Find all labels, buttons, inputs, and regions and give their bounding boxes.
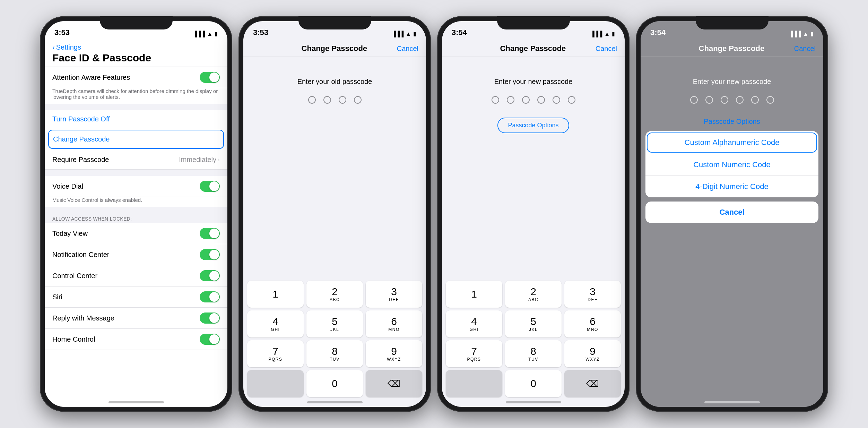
notification-center-row: Notification Center xyxy=(45,244,227,265)
options-container-3: Passcode Options xyxy=(442,118,625,133)
page-title: Face ID & Passcode xyxy=(52,52,220,64)
key-2[interactable]: 2ABC xyxy=(306,281,363,308)
key-7[interactable]: 7PQRS xyxy=(247,340,304,367)
key-5-p3[interactable]: 5JKL xyxy=(505,310,562,337)
keypad-3: 1 2ABC 3DEF 4GHI 5JKL 6MNO 7PQRS 8TUV 9W… xyxy=(442,281,625,400)
key-8-p3[interactable]: 8TUV xyxy=(505,340,562,367)
home-indicator-4 xyxy=(704,401,760,403)
time-1: 3:53 xyxy=(54,28,70,37)
home-indicator-3 xyxy=(506,401,561,403)
gap-2 xyxy=(45,170,227,176)
change-passcode-link[interactable]: Change Passcode xyxy=(49,130,223,148)
passcode-header-2: Change Passcode Cancel xyxy=(243,39,426,57)
require-passcode-value: Immediately xyxy=(179,156,216,164)
chevron-icon: › xyxy=(218,156,220,163)
signal-icon-4: ▐▐▐ xyxy=(789,31,801,37)
key-9-p3[interactable]: 9WXYZ xyxy=(564,340,621,367)
notch-3 xyxy=(497,16,570,29)
key-1[interactable]: 1 xyxy=(247,281,304,308)
key-4-p3[interactable]: 4GHI xyxy=(446,310,502,337)
passcode-header-3: Change Passcode Cancel xyxy=(442,39,625,57)
status-icons-1: ▐▐▐ ▲ ▮ xyxy=(193,31,218,37)
attention-toggle[interactable] xyxy=(200,72,220,83)
key-delete[interactable]: ⌫ xyxy=(366,370,422,397)
key-4[interactable]: 4GHI xyxy=(247,310,304,337)
passcode-dots-2 xyxy=(243,96,426,104)
require-passcode-label: Require Passcode xyxy=(52,156,109,164)
today-view-label: Today View xyxy=(52,230,88,238)
siri-toggle[interactable] xyxy=(200,291,220,302)
key-7-p3[interactable]: 7PQRS xyxy=(446,340,502,367)
passcode-header-4: Change Passcode Cancel xyxy=(641,39,823,57)
options-menu: Custom Alphanumeric Code Custom Numeric … xyxy=(645,131,818,197)
signal-icon-2: ▐▐▐ xyxy=(392,31,403,37)
keypad-2: 1 2ABC 3DEF 4GHI 5JKL 6MNO 7PQRS 8TUV 9W… xyxy=(243,281,426,400)
back-label: Settings xyxy=(56,43,81,51)
attention-section: Attention Aware Features TrueDepth camer… xyxy=(45,67,227,104)
cancel-button-4[interactable]: Cancel xyxy=(794,45,816,53)
home-control-row: Home Control xyxy=(45,329,227,350)
key-8[interactable]: 8TUV xyxy=(306,340,363,367)
screen-2: Change Passcode Cancel Enter your old pa… xyxy=(243,39,426,407)
battery-icon-4: ▮ xyxy=(810,31,814,37)
screen-4: Change Passcode Cancel Enter your new pa… xyxy=(641,39,823,407)
time-3: 3:54 xyxy=(452,28,467,37)
dot-1 xyxy=(308,96,316,104)
key-6[interactable]: 6MNO xyxy=(366,310,422,337)
status-icons-2: ▐▐▐ ▲ ▮ xyxy=(392,31,416,37)
key-empty xyxy=(247,370,304,397)
phone-2: 3:53 ▐▐▐ ▲ ▮ Change Passcode Cancel Ente… xyxy=(238,16,431,412)
cancel-button-2[interactable]: Cancel xyxy=(397,45,418,53)
today-view-toggle[interactable] xyxy=(200,228,220,239)
phone-3: 3:54 ▐▐▐ ▲ ▮ Change Passcode Cancel Ente… xyxy=(437,16,630,412)
custom-numeric-option[interactable]: Custom Numeric Code xyxy=(645,154,818,176)
screen-3: Change Passcode Cancel Enter your new pa… xyxy=(442,39,625,407)
home-control-toggle[interactable] xyxy=(200,334,220,345)
cancel-button-3[interactable]: Cancel xyxy=(596,45,617,53)
notch-1 xyxy=(100,16,173,29)
time-4: 3:54 xyxy=(650,28,666,37)
dot-4 xyxy=(354,96,362,104)
control-center-row: Control Center xyxy=(45,265,227,286)
passcode-prompt-2: Enter your old passcode xyxy=(243,78,426,86)
options-menu-cancel[interactable]: Cancel xyxy=(645,202,818,223)
passcode-options-label-4[interactable]: Passcode Options xyxy=(641,118,823,126)
turn-passcode-off-link[interactable]: Turn Passcode Off xyxy=(45,110,227,128)
four-digit-option[interactable]: 4-Digit Numeric Code xyxy=(645,176,818,197)
battery-icon: ▮ xyxy=(215,31,218,37)
chevron-left-icon: ‹ xyxy=(52,43,55,51)
passcode-title-2: Change Passcode xyxy=(302,44,367,53)
key-2-p3[interactable]: 2ABC xyxy=(505,281,562,308)
voice-dial-toggle[interactable] xyxy=(200,181,220,192)
reply-message-toggle[interactable] xyxy=(200,313,220,324)
key-5[interactable]: 5JKL xyxy=(306,310,363,337)
attention-sub: TrueDepth camera will check for attentio… xyxy=(45,88,227,104)
key-1-p3[interactable]: 1 xyxy=(446,281,502,308)
key-3-p3[interactable]: 3DEF xyxy=(564,281,621,308)
wifi-icon-3: ▲ xyxy=(604,31,610,37)
passcode-dots-4 xyxy=(641,96,823,104)
back-button[interactable]: ‹ Settings xyxy=(52,43,220,51)
key-0[interactable]: 0 xyxy=(306,370,363,397)
notification-center-toggle[interactable] xyxy=(200,249,220,260)
require-passcode-row[interactable]: Require Passcode Immediately › xyxy=(45,150,227,170)
settings-header: ‹ Settings Face ID & Passcode xyxy=(45,39,227,67)
home-control-label: Home Control xyxy=(52,335,95,343)
control-center-toggle[interactable] xyxy=(200,270,220,281)
passcode-options-button-3[interactable]: Passcode Options xyxy=(497,118,569,133)
passcode-prompt-4: Enter your new passcode xyxy=(641,78,823,86)
key-9[interactable]: 9WXYZ xyxy=(366,340,422,367)
key-delete-p3[interactable]: ⌫ xyxy=(564,370,621,397)
passcode-section: Turn Passcode Off Change Passcode Requir… xyxy=(45,110,227,170)
key-6-p3[interactable]: 6MNO xyxy=(564,310,621,337)
voice-dial-label: Voice Dial xyxy=(52,182,83,190)
key-0-p3[interactable]: 0 xyxy=(505,370,562,397)
key-3[interactable]: 3DEF xyxy=(366,281,422,308)
reply-message-label: Reply with Message xyxy=(52,314,114,322)
passcode-title-4: Change Passcode xyxy=(699,44,765,53)
screen-1: ‹ Settings Face ID & Passcode Attention … xyxy=(45,39,227,407)
home-indicator-2 xyxy=(307,401,363,403)
phone-4: 3:54 ▐▐▐ ▲ ▮ Change Passcode Cancel Ente… xyxy=(636,16,828,412)
notification-center-label: Notification Center xyxy=(52,251,110,259)
custom-alphanumeric-option[interactable]: Custom Alphanumeric Code xyxy=(647,132,817,153)
